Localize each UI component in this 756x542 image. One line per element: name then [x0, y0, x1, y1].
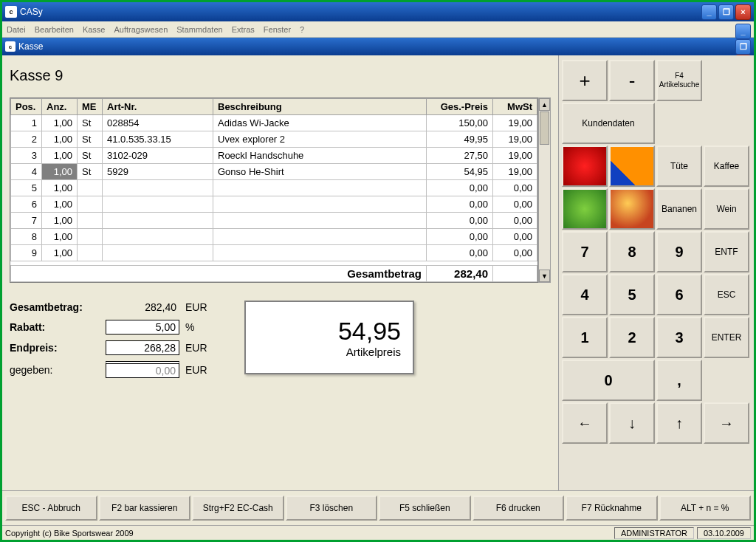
maximize-button[interactable]: ❐ — [718, 4, 734, 20]
f5-schliessen-button[interactable]: F5 schließen — [379, 495, 471, 521]
cell-artnr[interactable]: 41.0.535.33.15 — [103, 131, 213, 148]
cell-artnr[interactable] — [103, 180, 213, 196]
cell-me[interactable]: St — [78, 164, 103, 180]
cell-mwst[interactable]: 0,00 — [493, 196, 537, 213]
key-left[interactable]: ← — [562, 402, 608, 444]
col-pos[interactable]: Pos. — [11, 99, 42, 115]
cell-me[interactable]: St — [78, 115, 103, 131]
cell-pos[interactable]: 9 — [11, 245, 42, 261]
table-row[interactable]: 51,000,000,00 — [11, 180, 537, 196]
key-8[interactable]: 8 — [609, 231, 655, 272]
cell-mwst[interactable]: 0,00 — [493, 245, 537, 261]
artikelsuche-button[interactable]: F4Artikelsuche — [656, 60, 702, 101]
cell-preis[interactable]: 150,00 — [427, 115, 493, 131]
cell-anz[interactable]: 1,00 — [42, 180, 78, 196]
cell-preis[interactable]: 0,00 — [427, 245, 493, 261]
table-row[interactable]: 31,00St3102-029Roeckl Handschuhe27,5019,… — [11, 148, 537, 164]
key-comma[interactable]: , — [656, 360, 702, 401]
cell-artnr[interactable] — [103, 213, 213, 229]
table-row[interactable]: 61,000,000,00 — [11, 196, 537, 213]
col-anz[interactable]: Anz. — [42, 99, 78, 115]
cell-me[interactable]: St — [78, 148, 103, 164]
table-row[interactable]: 71,000,000,00 — [11, 213, 537, 229]
cell-me[interactable] — [78, 213, 103, 229]
col-besch[interactable]: Beschreibung — [213, 99, 427, 115]
cell-preis[interactable]: 0,00 — [427, 229, 493, 245]
f2-bar-button[interactable]: F2 bar kassieren — [99, 495, 191, 521]
table-row[interactable]: 81,000,000,00 — [11, 229, 537, 245]
cell-preis[interactable]: 49,95 — [427, 131, 493, 148]
cell-besch[interactable]: Gonso He-Shirt — [213, 164, 427, 180]
f6-drucken-button[interactable]: F6 drucken — [472, 495, 565, 521]
key-4[interactable]: 4 — [562, 274, 608, 315]
alt-n-button[interactable]: ALT + n = % — [659, 495, 752, 521]
cell-besch[interactable] — [213, 213, 427, 229]
key-3[interactable]: 3 — [656, 317, 702, 358]
cell-preis[interactable]: 27,50 — [427, 148, 493, 164]
cell-preis[interactable]: 0,00 — [427, 213, 493, 229]
key-7[interactable]: 7 — [562, 231, 608, 272]
cell-pos[interactable]: 3 — [11, 148, 42, 164]
key-1[interactable]: 1 — [562, 317, 608, 358]
cell-preis[interactable]: 54,95 — [427, 164, 493, 180]
menu-stammdaten[interactable]: Stammdaten — [176, 25, 222, 34]
menu-fenster[interactable]: Fenster — [264, 25, 291, 34]
key-enter[interactable]: ENTER — [704, 317, 749, 358]
cell-me[interactable] — [78, 180, 103, 196]
key-esc[interactable]: ESC — [704, 274, 749, 315]
scroll-thumb[interactable] — [540, 112, 549, 145]
scroll-down-icon[interactable]: ▼ — [539, 270, 550, 282]
product-fanta-button[interactable] — [609, 145, 655, 187]
cell-me[interactable] — [78, 245, 103, 261]
scroll-up-icon[interactable]: ▲ — [539, 98, 550, 111]
cell-anz[interactable]: 1,00 — [42, 115, 78, 131]
cell-mwst[interactable]: 0,00 — [493, 229, 537, 245]
cell-anz[interactable]: 1,00 — [42, 148, 78, 164]
key-9[interactable]: 9 — [656, 231, 702, 272]
key-right[interactable]: → — [704, 402, 749, 444]
col-preis[interactable]: Ges.-Preis — [427, 99, 493, 115]
cell-anz[interactable]: 1,00 — [42, 213, 78, 229]
cell-artnr[interactable] — [103, 245, 213, 261]
table-row[interactable]: 21,00St41.0.535.33.15Uvex explorer 249,9… — [11, 131, 537, 148]
menu-bearbeiten[interactable]: Bearbeiten — [35, 25, 74, 34]
cell-besch[interactable] — [213, 180, 427, 196]
cell-pos[interactable]: 5 — [11, 180, 42, 196]
cell-mwst[interactable]: 19,00 — [493, 164, 537, 180]
wein-button[interactable]: Wein — [704, 188, 749, 230]
cell-pos[interactable]: 1 — [11, 115, 42, 131]
cell-anz[interactable]: 1,00 — [42, 164, 78, 180]
inner-restore-button[interactable]: ❐ — [735, 39, 751, 55]
product-apple-button[interactable] — [609, 188, 655, 230]
key-down[interactable]: ↓ — [609, 402, 655, 444]
cell-me[interactable] — [78, 229, 103, 245]
product-salad-button[interactable] — [562, 188, 608, 230]
cell-artnr[interactable] — [103, 229, 213, 245]
cell-besch[interactable]: Roeckl Handschuhe — [213, 148, 427, 164]
minus-button[interactable]: - — [609, 60, 655, 101]
menu-extras[interactable]: Extras — [232, 25, 255, 34]
cell-artnr[interactable]: 028854 — [103, 115, 213, 131]
plus-button[interactable]: + — [562, 60, 608, 101]
cell-mwst[interactable]: 19,00 — [493, 148, 537, 164]
gegeben-input[interactable]: 0,00 — [106, 361, 179, 378]
table-row[interactable]: 91,000,000,00 — [11, 245, 537, 261]
cell-pos[interactable]: 4 — [11, 164, 42, 180]
f3-loeschen-button[interactable]: F3 löschen — [286, 495, 378, 521]
cell-artnr[interactable] — [103, 196, 213, 213]
cell-preis[interactable]: 0,00 — [427, 196, 493, 213]
key-0[interactable]: 0 — [562, 360, 655, 401]
key-2[interactable]: 2 — [609, 317, 655, 358]
table-scrollbar[interactable]: ▲ ▼ — [538, 97, 551, 283]
cell-artnr[interactable]: 3102-029 — [103, 148, 213, 164]
bananen-button[interactable]: Bananen — [656, 188, 702, 230]
product-coke-button[interactable] — [562, 145, 608, 187]
cell-mwst[interactable]: 19,00 — [493, 131, 537, 148]
cell-preis[interactable]: 0,00 — [427, 180, 493, 196]
kaffee-button[interactable]: Kaffee — [704, 145, 749, 187]
menu-kasse[interactable]: Kasse — [83, 25, 106, 34]
key-5[interactable]: 5 — [609, 274, 655, 315]
key-6[interactable]: 6 — [656, 274, 702, 315]
cell-pos[interactable]: 6 — [11, 196, 42, 213]
table-row[interactable]: 41,00St5929Gonso He-Shirt54,9519,00 — [11, 164, 537, 180]
